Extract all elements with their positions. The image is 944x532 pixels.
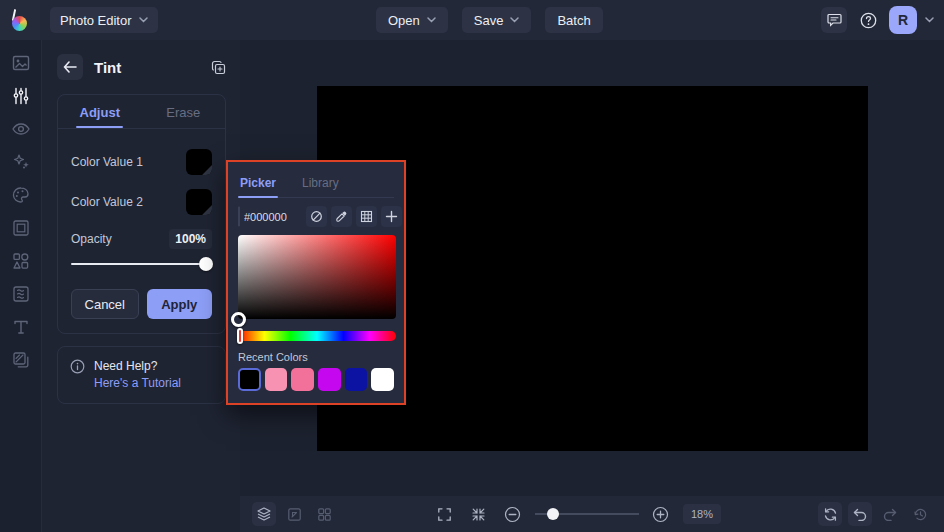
save-button-label: Save <box>474 13 504 28</box>
befunky-logo-icon <box>11 9 29 31</box>
sidebar-item-text[interactable] <box>11 317 31 337</box>
sidebar-item-edit[interactable] <box>11 86 31 106</box>
zoom-out-button[interactable] <box>501 502 525 526</box>
sidebar-item-touch-up[interactable] <box>11 119 31 139</box>
tutorial-link[interactable]: Here's a Tutorial <box>94 375 181 392</box>
add-color-button[interactable] <box>381 206 402 227</box>
panel-tabs: Adjust Erase <box>58 95 225 129</box>
overlay-icon <box>11 284 31 304</box>
feedback-button[interactable] <box>821 7 847 33</box>
category-sidebar <box>0 40 42 532</box>
zoom-slider[interactable] <box>535 508 639 520</box>
color-value-2-swatch[interactable] <box>186 189 212 215</box>
account-chevron-down-icon[interactable] <box>925 17 934 23</box>
opacity-label: Opacity <box>71 232 112 246</box>
tab-picker[interactable]: Picker <box>238 168 278 197</box>
saturation-value-area[interactable] <box>238 235 396 319</box>
batch-button[interactable]: Batch <box>545 7 602 33</box>
image-icon <box>11 53 31 73</box>
recent-color-swatch[interactable] <box>345 368 368 391</box>
picker-tabs: Picker Library <box>238 168 394 198</box>
topbar-actions: Open Save Batch <box>158 7 821 33</box>
color-picker-popup: Picker Library Recent Colors <box>226 160 406 405</box>
shapes-icon <box>11 251 31 271</box>
open-button-label: Open <box>388 13 420 28</box>
recent-color-swatch[interactable] <box>318 368 341 391</box>
sidebar-item-frames[interactable] <box>11 218 31 238</box>
account-avatar[interactable]: R <box>889 6 917 34</box>
opacity-slider-track <box>71 263 212 265</box>
chevron-down-icon <box>139 17 148 23</box>
panel-header: Tint <box>42 40 240 90</box>
zoom-in-button[interactable] <box>649 502 673 526</box>
grid-squares-icon <box>317 507 332 522</box>
recent-color-swatch[interactable] <box>371 368 394 391</box>
resize-button[interactable] <box>282 502 306 526</box>
sidebar-item-textures[interactable] <box>11 350 31 370</box>
recent-color-swatch[interactable] <box>238 368 261 391</box>
adjust-card-body: Color Value 1 Color Value 2 Opacity 100%… <box>58 129 225 333</box>
chat-bubble-icon <box>827 13 842 27</box>
sidebar-item-overlays[interactable] <box>11 284 31 304</box>
help-text: Need Help? Here's a Tutorial <box>94 358 181 392</box>
color-grid-button[interactable] <box>356 206 377 227</box>
back-button[interactable] <box>57 54 83 80</box>
tab-erase[interactable]: Erase <box>142 95 226 128</box>
panel-actions: Cancel Apply <box>71 289 212 319</box>
opacity-slider[interactable] <box>71 257 212 271</box>
zoom-percentage[interactable]: 18% <box>683 504 721 524</box>
avatar-initial: R <box>898 12 908 28</box>
hue-slider[interactable] <box>238 331 396 341</box>
no-color-button[interactable] <box>306 206 327 227</box>
templates-grid-button[interactable] <box>312 502 336 526</box>
need-help-card: Need Help? Here's a Tutorial <box>57 346 226 404</box>
undo-button[interactable] <box>848 502 872 526</box>
fit-screen-icon <box>471 507 486 522</box>
help-button[interactable] <box>855 7 881 33</box>
layers-button[interactable] <box>252 502 276 526</box>
color-value-2-label: Color Value 2 <box>71 195 143 209</box>
refresh-icon <box>823 507 838 522</box>
save-button[interactable]: Save <box>462 7 532 33</box>
hex-input[interactable] <box>244 206 302 227</box>
zoom-slider-knob[interactable] <box>547 508 559 520</box>
recent-colors-label: Recent Colors <box>238 351 394 363</box>
opacity-value: 100% <box>169 229 212 249</box>
open-button[interactable]: Open <box>376 7 448 33</box>
recent-colors-row <box>238 368 394 391</box>
redo-button[interactable] <box>878 502 902 526</box>
fullscreen-button[interactable] <box>433 502 457 526</box>
eyedropper-button[interactable] <box>331 206 352 227</box>
cancel-button[interactable]: Cancel <box>71 289 139 319</box>
recent-color-swatch[interactable] <box>291 368 314 391</box>
color-value-1-swatch[interactable] <box>186 149 212 175</box>
sidebar-item-effects[interactable] <box>11 152 31 172</box>
recent-color-swatch[interactable] <box>265 368 288 391</box>
history-button[interactable] <box>908 502 932 526</box>
saturation-value-cursor[interactable] <box>231 312 246 327</box>
color-value-2-row: Color Value 2 <box>71 189 212 215</box>
duplicate-settings-button[interactable] <box>211 60 226 75</box>
sidebar-item-image-manager[interactable] <box>11 53 31 73</box>
info-circle-icon <box>70 359 85 374</box>
undo-icon <box>852 507 868 521</box>
bottom-toolbar: 18% <box>240 496 944 532</box>
opacity-slider-knob[interactable] <box>199 257 213 271</box>
hue-slider-handle[interactable] <box>237 328 243 344</box>
tab-adjust[interactable]: Adjust <box>58 95 142 128</box>
apply-button[interactable]: Apply <box>147 289 213 319</box>
sparkles-icon <box>11 152 31 172</box>
fullscreen-icon <box>437 507 452 522</box>
current-color-swatch <box>238 206 240 227</box>
reset-button[interactable] <box>818 502 842 526</box>
sidebar-item-graphics[interactable] <box>11 251 31 271</box>
topbar-right: R <box>821 6 944 34</box>
opacity-row: Opacity 100% <box>71 229 212 249</box>
sidebar-item-artsy[interactable] <box>11 185 31 205</box>
tab-library[interactable]: Library <box>300 168 341 197</box>
app-switcher-button[interactable]: Photo Editor <box>50 7 158 33</box>
minus-circle-icon <box>504 506 521 523</box>
hex-row <box>238 206 394 227</box>
fit-to-screen-button[interactable] <box>467 502 491 526</box>
app-logo[interactable] <box>0 0 40 40</box>
